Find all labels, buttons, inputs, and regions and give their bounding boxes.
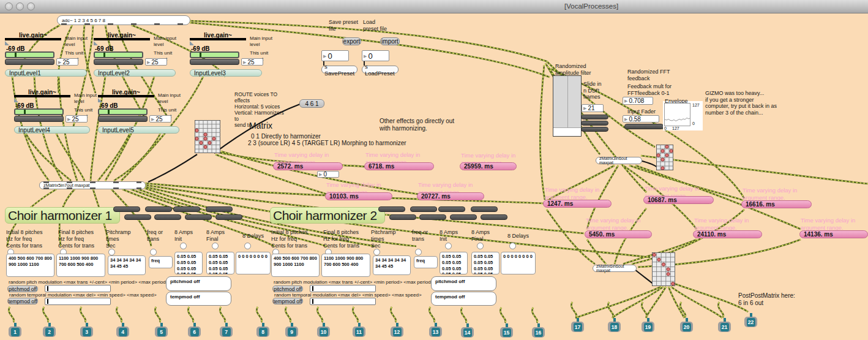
preset-numbox[interactable]: ▶25 bbox=[149, 115, 171, 123]
delay-msgbox[interactable]: 24110. ms bbox=[693, 230, 762, 238]
gain-slider[interactable] bbox=[14, 108, 64, 115]
delay-msgbox[interactable]: 16616. ms bbox=[741, 200, 812, 208]
pitchmod-button[interactable]: pitchmod off bbox=[272, 285, 303, 292]
tempmod-status[interactable]: tempmod off bbox=[166, 292, 231, 306]
set-button[interactable] bbox=[415, 249, 422, 255]
center-numbox[interactable]: ▶0 bbox=[317, 171, 339, 178]
save-send-object[interactable]: s SavePreset bbox=[321, 66, 357, 74]
set-button[interactable] bbox=[244, 243, 251, 249]
delay-msgbox[interactable]: 1247. ms bbox=[543, 200, 612, 208]
value-field[interactable]: 0.05 0.05 0.05 0.05 0.05 0.05 0.05 0.05 bbox=[174, 252, 203, 274]
gain-slider[interactable] bbox=[98, 108, 148, 115]
matrixctrl-grid[interactable] bbox=[195, 120, 220, 156]
pitchmod-status[interactable]: pitchmod off bbox=[166, 276, 231, 291]
gain-slider[interactable] bbox=[94, 51, 143, 58]
fader-bar[interactable] bbox=[624, 124, 664, 129]
export-button[interactable]: export bbox=[342, 37, 361, 45]
adc-object[interactable]: adc~ 1 2 3 4 5 6 7 8 bbox=[57, 15, 190, 25]
minimize-button[interactable] bbox=[16, 2, 24, 10]
window-title: [VocalProcesses] bbox=[564, 2, 618, 10]
set-button[interactable] bbox=[477, 243, 484, 249]
tempmod-button[interactable]: tempmod off bbox=[7, 298, 38, 304]
preset-numbox[interactable]: ▶25 bbox=[56, 58, 78, 66]
amp-filter-label: Randomized amplitude filter bbox=[555, 63, 591, 76]
value-field[interactable]: 34 34 34 34 34 34 45 45 bbox=[373, 255, 411, 275]
delay-msgbox[interactable]: 10103. ms bbox=[325, 192, 392, 200]
matrixctrl-grid[interactable] bbox=[652, 252, 675, 289]
slide-frames-numbox[interactable]: ▶21 bbox=[582, 104, 604, 112]
harmonizer-title: Choir harmonizer 2 bbox=[270, 207, 385, 224]
load-preset-numbox[interactable]: ▶0 bbox=[362, 50, 389, 61]
value-field[interactable]: 0 0 0 0 0 0 0 0 bbox=[236, 252, 271, 274]
gain-slider[interactable] bbox=[5, 51, 54, 58]
close-button[interactable] bbox=[5, 2, 13, 10]
tempmod-status[interactable]: tempmod off bbox=[431, 292, 496, 306]
set-button[interactable] bbox=[108, 249, 115, 255]
input-level-button[interactable]: InputLevel5 bbox=[98, 126, 179, 134]
matrix3in6out-object[interactable]: zMatrix3in6out maxpat bbox=[596, 157, 642, 164]
value-field[interactable]: 400 500 600 700 800 900 1000 1100 bbox=[271, 254, 320, 277]
pitchmod-input[interactable] bbox=[45, 285, 111, 292]
set-button[interactable] bbox=[445, 243, 452, 249]
matrixctrl-grid[interactable] bbox=[656, 145, 673, 173]
outlet-number: 4 bbox=[119, 328, 127, 336]
value-field[interactable]: freq bbox=[414, 256, 438, 268]
envelope-graph[interactable] bbox=[664, 103, 690, 126]
pitchmod-input[interactable] bbox=[310, 285, 376, 292]
value-field[interactable]: 0 0 0 0 0 0 0 0 bbox=[501, 252, 536, 274]
envelope-ymax: 127 bbox=[692, 103, 700, 107]
input-fader-numbox[interactable]: ▶0.58 bbox=[623, 115, 659, 123]
title-bar[interactable]: [VocalProcesses] bbox=[0, 0, 868, 13]
gain-marker-icon bbox=[190, 41, 194, 45]
set-button[interactable] bbox=[373, 249, 380, 255]
delay-msgbox[interactable]: 14136. ms bbox=[799, 230, 868, 238]
matrix6in6out-object[interactable]: zMatrix6in6out maxpat bbox=[593, 265, 637, 272]
tempmod-button[interactable]: tempmod off bbox=[272, 298, 303, 304]
input-level-button[interactable]: InputLevel4 bbox=[14, 126, 90, 134]
input-level-button[interactable]: InputLevel2 bbox=[94, 69, 176, 77]
pitchmod-button[interactable]: pitchmod off bbox=[7, 285, 38, 292]
value-field[interactable]: 0.05 0.05 0.05 0.05 0.05 0.05 0.05 0.05 bbox=[206, 252, 234, 274]
load-send-object[interactable]: s LoadPreset bbox=[362, 66, 398, 74]
set-button[interactable] bbox=[212, 243, 219, 249]
delay-msgbox[interactable]: 6718. ms bbox=[364, 162, 434, 170]
delay-msgbox[interactable]: 10687. ms bbox=[643, 196, 714, 204]
delay-msgbox[interactable]: 25959. ms bbox=[460, 162, 517, 170]
input-level-button[interactable]: InputLevel1 bbox=[5, 69, 87, 77]
zoom-button[interactable] bbox=[27, 2, 35, 10]
value-field[interactable]: freq bbox=[149, 256, 173, 268]
set-button[interactable] bbox=[150, 249, 157, 255]
main-input-level-label: Main input level bbox=[250, 36, 275, 47]
value-field[interactable]: 0.05 0.05 0.05 0.05 0.05 0.05 0.05 0.05 bbox=[471, 252, 499, 274]
value-field[interactable]: 400 500 600 700 800 900 1000 1100 bbox=[6, 254, 54, 277]
msg-461[interactable]: 4 6 1 bbox=[299, 99, 324, 108]
pitchmod-status[interactable]: pitchmod off bbox=[431, 276, 496, 291]
matrix5in7out-object[interactable]: zMatrix5in7out maxpat bbox=[39, 181, 146, 189]
import-button[interactable]: import bbox=[380, 37, 400, 45]
set-button[interactable] bbox=[509, 243, 516, 249]
gain-slider[interactable] bbox=[190, 51, 239, 58]
preset-numbox[interactable]: ▶25 bbox=[145, 58, 167, 66]
value-field[interactable]: 1100 1000 900 800 700 600 500 400 bbox=[321, 254, 370, 277]
numbox-triangle-icon: ▶ bbox=[319, 172, 322, 176]
preset-numbox[interactable]: ▶25 bbox=[65, 115, 88, 123]
value-field[interactable]: 0.05 0.05 0.05 0.05 0.05 0.05 0.05 0.05 bbox=[440, 252, 468, 274]
fft-mult-numbox[interactable]: ▶0.708 bbox=[623, 97, 653, 105]
value-field[interactable]: 1100 1000 900 800 700 600 500 400 bbox=[56, 254, 105, 277]
value-field[interactable]: 34 34 34 34 34 34 45 45 bbox=[108, 255, 146, 275]
outlet-number: 21 bbox=[720, 323, 729, 331]
delay-msgbox[interactable]: 5450. ms bbox=[585, 230, 652, 238]
amplitude-multislider[interactable] bbox=[553, 75, 582, 137]
envelope-xmax: 127 bbox=[672, 126, 679, 130]
save-preset-numbox[interactable]: ▶0 bbox=[321, 50, 349, 61]
tempmod-input[interactable] bbox=[310, 298, 376, 305]
gizmo-note: GIZMO was too heavy... if you get a stro… bbox=[705, 90, 777, 116]
tempmod-input[interactable] bbox=[45, 298, 111, 305]
set-button[interactable] bbox=[180, 243, 187, 249]
preset-numbox[interactable]: ▶25 bbox=[241, 58, 263, 66]
delay-msgbox[interactable]: 20727. ms bbox=[417, 192, 484, 200]
input-level-button[interactable]: InputLevel3 bbox=[190, 69, 262, 77]
delay-msgbox[interactable]: 2572. ms bbox=[273, 162, 343, 170]
outlet-box: 5 bbox=[155, 327, 168, 337]
object-outlets bbox=[43, 187, 141, 189]
